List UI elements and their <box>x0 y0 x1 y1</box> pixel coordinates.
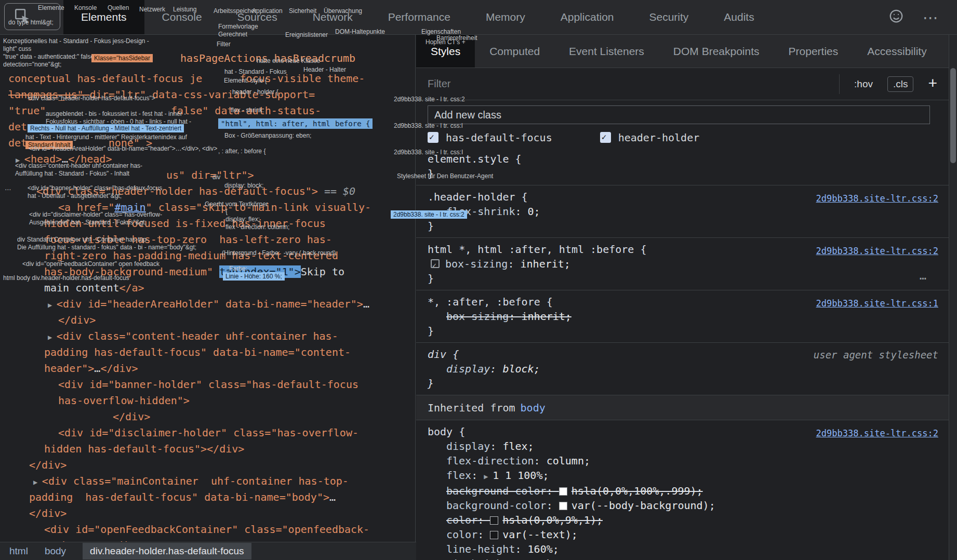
css-property[interactable]: color: hsla(0,0%,9%,1); <box>428 513 949 527</box>
tab-audits[interactable]: Audits <box>706 0 772 34</box>
dom-tree-line[interactable]: ▶ <div class="content-header uhf-contain… <box>0 328 415 344</box>
checkbox-checked-icon[interactable] <box>600 132 611 143</box>
css-property[interactable]: flex-direction: column; <box>428 454 949 468</box>
css-property[interactable]: background-color: var(--body-background)… <box>428 498 949 513</box>
add-new-class-input[interactable] <box>428 105 930 124</box>
css-property[interactable]: display: flex; <box>428 439 949 454</box>
inherited-from-target-link[interactable]: body <box>521 402 546 414</box>
tab-network[interactable]: Network <box>295 0 370 34</box>
color-swatch-white[interactable] <box>559 487 567 496</box>
dom-tree-line-selected[interactable]: <div class="header-holder has-default-fo… <box>0 183 415 199</box>
dom-tree-line[interactable]: <div id="banner-holder" class="has-defau… <box>0 377 415 393</box>
color-swatch-dark[interactable] <box>490 516 498 525</box>
href-main-link[interactable]: #main <box>114 201 145 214</box>
tab-application[interactable]: Application <box>543 0 632 34</box>
tab-security[interactable]: Security <box>631 0 706 34</box>
dom-code-text: right-zero has-padding-medium has-text-c… <box>44 249 338 262</box>
property-text: box-sizing: inherit; <box>445 258 570 270</box>
dom-tree-line[interactable]: conceptual has-default-focus je focus-vi… <box>0 71 415 87</box>
dom-tree-line[interactable]: header">…</div> <box>0 361 415 377</box>
dom-code-text: <head> <box>24 153 62 165</box>
breadcrumb-item-div-header-holder-has-default-focus[interactable]: div.header-holder.has-default-focus <box>83 543 251 559</box>
expand-arrow-icon[interactable]: ▶ <box>33 478 42 486</box>
tab-console[interactable]: Console <box>144 0 220 34</box>
stylesheet-source-link[interactable]: 2d9bb338.site-ltr.css:2 <box>816 191 938 206</box>
scrollbar-thumb[interactable] <box>950 68 956 163</box>
dom-tree-line[interactable]: main content</a> <box>0 280 415 296</box>
inspect-element-icon[interactable] <box>14 7 31 27</box>
dom-tree-line[interactable]: ▶ <div id="headerAreaHolder" data-bi-nam… <box>0 296 415 312</box>
dom-tree-line[interactable]: <a href="#main" class="skip-to-main-link… <box>0 199 415 216</box>
tab-computed[interactable]: Computed <box>475 35 554 68</box>
dom-tree-line[interactable]: </div> <box>0 457 415 473</box>
styles-filter-input[interactable] <box>428 78 839 90</box>
element-classes-button[interactable]: .cls <box>887 76 914 92</box>
expand-arrow-icon[interactable]: ▶ <box>48 333 57 341</box>
property-value: 1 1 100%; <box>493 469 549 482</box>
css-property[interactable]: color: var(--text); <box>428 527 949 542</box>
expand-arrow-icon[interactable]: ▶ <box>48 301 57 309</box>
dom-tree-line[interactable]: "true" false" data-auth-status- <box>0 103 415 119</box>
class-toggle-header-holder[interactable]: header-holder <box>600 131 700 144</box>
dom-tree-line[interactable]: us" dir="ltr"> <box>0 167 415 183</box>
dom-tree-line[interactable]: det none" > <box>0 135 415 151</box>
checkbox-checked-icon[interactable] <box>428 132 438 143</box>
color-swatch-dark[interactable] <box>490 531 498 539</box>
color-swatch-white[interactable] <box>559 502 567 510</box>
tab-dom-breakpoints[interactable]: DOM Breakpoints <box>659 35 774 68</box>
dom-code-text: </head> <box>68 153 112 165</box>
dom-tree-line[interactable]: <div id="disclaimer-holder" class="has-o… <box>0 425 415 441</box>
dom-tree-line[interactable]: padding has-default-focus" data-bi-name=… <box>0 489 415 505</box>
tab-styles[interactable]: Styles <box>416 35 475 68</box>
tab-properties[interactable]: Properties <box>774 35 853 68</box>
expand-arrow-icon[interactable]: ▶ <box>484 472 493 481</box>
css-property[interactable]: flex-shrink: 0; <box>428 204 949 219</box>
dom-code-text: " class="skip-to-main-link visually- <box>146 201 371 214</box>
vertical-scrollbar[interactable] <box>949 35 957 560</box>
tab-performance[interactable]: Performance <box>370 0 468 34</box>
breadcrumb-item-body[interactable]: body <box>45 545 66 557</box>
class-toggle-has-default-focus[interactable]: has-default-focus <box>428 131 552 144</box>
dom-tree-line[interactable]: ▶ <head>…</head> <box>0 151 415 167</box>
dom-tree-line[interactable]: ▶ <div class="mainContainer uhf-containe… <box>0 473 415 489</box>
tab-memory[interactable]: Memory <box>468 0 543 34</box>
css-property[interactable]: box-sizing: inherit; <box>428 309 949 324</box>
dom-tree-line[interactable]: </div> <box>0 505 415 522</box>
dom-tree-line[interactable]: hidden-until-focused is-fixed has-inner-… <box>0 216 415 232</box>
css-property[interactable]: box-sizing: inherit; <box>428 257 949 271</box>
dom-tree-line[interactable]: <div id="openFeedbackContainer" class="o… <box>0 522 415 538</box>
tab-elements[interactable]: Elements <box>63 0 144 34</box>
stylesheet-source-link[interactable]: 2d9bb338.site-ltr.css:1 <box>816 296 938 311</box>
dom-tree-line[interactable]: det <box>0 119 415 135</box>
dom-tree-line[interactable]: hidden has-default-focus"></div> <box>0 441 415 457</box>
dom-tree-line[interactable]: padding has-default-focus" data-bi-name=… <box>0 344 415 361</box>
css-property[interactable]: flex: ▶ 1 1 100%; <box>428 468 949 484</box>
new-style-rule-button[interactable]: + <box>928 75 937 91</box>
dom-tree-line[interactable]: </div> <box>0 312 415 328</box>
dom-tree-line[interactable]: has-body-background-medium" tabindex="1"… <box>0 264 415 280</box>
property-text: color: var(--text); <box>446 528 578 541</box>
dom-tree-line[interactable]: has-overflow-hidden"> <box>0 393 415 409</box>
overflow-dots-icon[interactable]: ⋯ <box>920 271 928 286</box>
dom-tree-line[interactable]: langmags_us" dir="ltr" data-css-variable… <box>0 87 415 103</box>
css-property[interactable]: min-height: 100vh; <box>428 556 949 560</box>
property-checkbox-icon[interactable] <box>431 259 440 268</box>
tab-sources[interactable]: Sources <box>220 0 295 34</box>
inherited-from-bar: Inherited frombody <box>416 395 949 420</box>
tab-event-listeners[interactable]: Event Listeners <box>554 35 659 68</box>
dom-tree-line[interactable]: right-zero has-padding-medium has-text-c… <box>0 248 415 264</box>
toggle-hover-state-button[interactable]: :hov <box>854 78 873 90</box>
tab-accessibility[interactable]: Accessibility <box>853 35 941 68</box>
dom-tree-line[interactable]: </div> <box>0 409 415 425</box>
feedback-smiley-icon[interactable] <box>888 8 904 26</box>
css-property[interactable]: background-color: hsla(0,0%,100%,.999); <box>428 484 949 498</box>
dom-tree-line[interactable]: focus-visible has-top-zero has-left-zero… <box>0 232 415 248</box>
breadcrumb-item-html[interactable]: html <box>9 545 28 557</box>
dom-code-text: </div> <box>29 459 67 471</box>
more-menu-icon[interactable]: ⋯ <box>923 8 939 26</box>
expand-arrow-icon[interactable]: ▶ <box>16 156 24 164</box>
css-property[interactable]: line-height: 160%; <box>428 542 949 556</box>
stylesheet-source-link[interactable]: 2d9bb338.site-ltr.css:2 <box>816 244 938 258</box>
stylesheet-source-link[interactable]: 2d9bb338.site-ltr.css:2 <box>816 426 938 441</box>
css-property[interactable]: display: block; <box>428 362 949 376</box>
